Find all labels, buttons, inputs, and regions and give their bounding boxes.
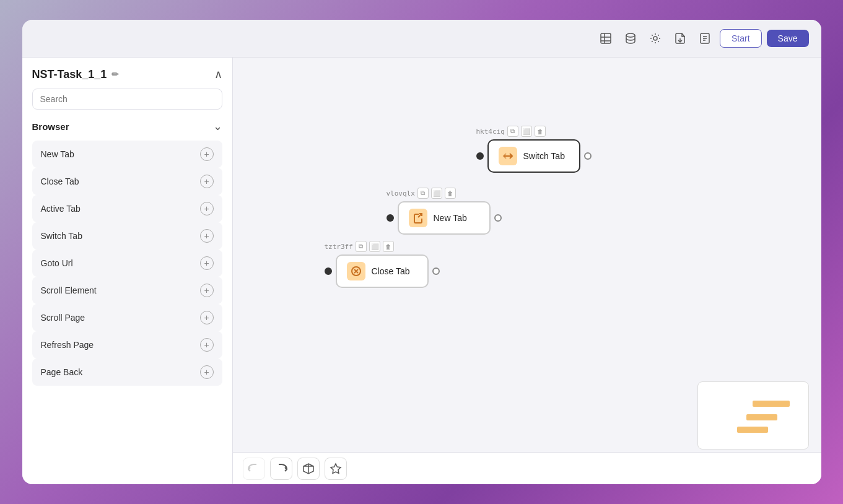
browser-section-title: Browser — [32, 121, 69, 132]
svg-point-5 — [653, 37, 657, 40]
sidebar-item-new-tab[interactable]: New Tab + — [32, 141, 222, 168]
add-icon-scroll-element[interactable]: + — [200, 284, 214, 297]
project-title: NST-Task_1_1 — [32, 68, 107, 81]
main-window: Start Save NST-Task_1_1 ✏ ∧ Browser ⌄ Ne… — [22, 20, 821, 484]
sidebar-item-label-switch-tab: Switch Tab — [41, 231, 82, 241]
switch-tab-node-label: Switch Tab — [523, 151, 565, 161]
minimap-block-2 — [746, 414, 777, 420]
node-row-switch-tab: Switch Tab — [476, 139, 592, 173]
sidebar-item-label-scroll-page: Scroll Page — [41, 313, 85, 323]
node-output-new-tab[interactable] — [494, 214, 502, 222]
node-meta-switch-tab: hkt4ciq ⧉ ⬜ 🗑 — [476, 126, 592, 137]
node-output-switch-tab[interactable] — [584, 152, 592, 160]
add-icon-new-tab[interactable]: + — [200, 147, 214, 161]
add-icon-scroll-page[interactable]: + — [200, 311, 214, 324]
start-button[interactable]: Start — [720, 29, 762, 48]
node-box-close-tab[interactable]: Close Tab — [336, 254, 429, 288]
node-id-close-tab: tztr3ff — [325, 243, 353, 251]
node-meta-close-tab: tztr3ff ⧉ ⬜ 🗑 — [325, 241, 440, 252]
sidebar-item-label-active-tab: Active Tab — [41, 204, 81, 214]
node-id-switch-tab: hkt4ciq — [476, 128, 505, 136]
close-tab-node-label: Close Tab — [372, 266, 410, 276]
node-input-close-tab[interactable] — [325, 267, 332, 275]
minimap-inner — [698, 382, 808, 449]
node-delete-icon-close-tab[interactable]: 🗑 — [383, 241, 394, 252]
save-button[interactable]: Save — [767, 30, 809, 47]
close-tab-node[interactable]: tztr3ff ⧉ ⬜ 🗑 — [325, 241, 440, 288]
node-copy-icon-switch-tab[interactable]: ⧉ — [507, 126, 518, 137]
canvas-area[interactable]: hkt4ciq ⧉ ⬜ 🗑 Switch Tab — [233, 58, 821, 484]
redo-button[interactable] — [270, 458, 292, 480]
sidebar-header: NST-Task_1_1 ✏ ∧ — [32, 67, 222, 81]
sidebar-item-label-page-back: Page Back — [41, 367, 83, 377]
add-icon-refresh-page[interactable]: + — [200, 338, 214, 352]
sidebar-item-scroll-page[interactable]: Scroll Page + — [32, 304, 222, 331]
node-delete-icon-switch-tab[interactable]: 🗑 — [535, 126, 546, 137]
node-input-switch-tab[interactable] — [476, 152, 484, 160]
sidebar-item-goto-url[interactable]: Goto Url + — [32, 250, 222, 277]
node-copy-icon-close-tab[interactable]: ⧉ — [356, 241, 367, 252]
collapse-icon[interactable]: ∧ — [214, 67, 222, 81]
node-duplicate-icon-switch-tab[interactable]: ⬜ — [521, 126, 532, 137]
minimap — [697, 381, 809, 450]
top-bar: Start Save — [22, 20, 821, 58]
node-row-close-tab: Close Tab — [325, 254, 440, 288]
sidebar-items-container: New Tab + Close Tab + Active Tab + Switc… — [32, 141, 222, 386]
gear-icon[interactable] — [645, 28, 665, 48]
node-duplicate-icon-close-tab[interactable]: ⬜ — [369, 241, 380, 252]
switch-tab-node[interactable]: hkt4ciq ⧉ ⬜ 🗑 Switch Tab — [476, 126, 592, 173]
search-input[interactable] — [32, 89, 222, 110]
node-output-close-tab[interactable] — [432, 267, 440, 275]
node-copy-icon-new-tab[interactable]: ⧉ — [417, 188, 429, 199]
close-tab-node-icon — [347, 262, 365, 280]
sidebar: NST-Task_1_1 ✏ ∧ Browser ⌄ New Tab + Clo… — [22, 58, 233, 484]
3d-box-button[interactable] — [297, 458, 320, 480]
sidebar-item-active-tab[interactable]: Active Tab + — [32, 195, 222, 222]
notes-icon[interactable] — [695, 28, 715, 48]
sidebar-item-page-back[interactable]: Page Back + — [32, 358, 222, 386]
node-duplicate-icon-new-tab[interactable]: ⬜ — [431, 188, 442, 199]
svg-point-4 — [626, 33, 635, 37]
minimap-block-3 — [737, 427, 768, 433]
add-icon-page-back[interactable]: + — [200, 365, 214, 379]
new-tab-node-icon — [409, 209, 427, 227]
sidebar-item-scroll-element[interactable]: Scroll Element + — [32, 277, 222, 304]
node-row-new-tab: New Tab — [387, 201, 502, 235]
add-icon-goto-url[interactable]: + — [200, 256, 214, 270]
export-icon[interactable] — [670, 28, 690, 48]
sidebar-item-label-refresh-page: Refresh Page — [41, 340, 94, 350]
switch-tab-node-icon — [499, 147, 517, 165]
new-tab-node-label: New Tab — [434, 213, 467, 223]
sidebar-title: NST-Task_1_1 ✏ — [32, 68, 120, 81]
sidebar-item-switch-tab[interactable]: Switch Tab + — [32, 222, 222, 250]
star-button[interactable] — [325, 458, 347, 480]
node-box-new-tab[interactable]: New Tab — [398, 201, 491, 235]
edit-icon[interactable]: ✏ — [111, 69, 119, 79]
content-area: NST-Task_1_1 ✏ ∧ Browser ⌄ New Tab + Clo… — [22, 58, 821, 484]
sidebar-item-label-goto-url: Goto Url — [41, 258, 73, 268]
database-icon[interactable] — [621, 28, 640, 48]
add-icon-switch-tab[interactable]: + — [200, 229, 214, 243]
add-icon-close-tab[interactable]: + — [200, 175, 214, 188]
sidebar-item-label-close-tab: Close Tab — [41, 176, 79, 186]
add-icon-active-tab[interactable]: + — [200, 202, 214, 215]
chevron-down-icon: ⌄ — [213, 119, 222, 133]
sidebar-item-refresh-page[interactable]: Refresh Page + — [32, 331, 222, 358]
svg-rect-0 — [601, 33, 611, 43]
browser-section-header[interactable]: Browser ⌄ — [32, 119, 222, 133]
node-input-new-tab[interactable] — [387, 214, 394, 222]
bottom-toolbar — [233, 452, 821, 484]
sidebar-item-label-new-tab: New Tab — [41, 149, 74, 159]
node-id-new-tab: vlovqlx — [387, 189, 415, 198]
node-meta-new-tab: vlovqlx ⧉ ⬜ 🗑 — [387, 188, 502, 199]
undo-button[interactable] — [243, 458, 265, 480]
sidebar-item-label-scroll-element: Scroll Element — [41, 285, 97, 295]
node-delete-icon-new-tab[interactable]: 🗑 — [445, 188, 456, 199]
table-icon[interactable] — [596, 28, 616, 48]
minimap-block-1 — [753, 401, 790, 407]
node-box-switch-tab[interactable]: Switch Tab — [487, 139, 580, 173]
sidebar-item-close-tab[interactable]: Close Tab + — [32, 168, 222, 195]
new-tab-node[interactable]: vlovqlx ⧉ ⬜ 🗑 — [387, 188, 502, 235]
